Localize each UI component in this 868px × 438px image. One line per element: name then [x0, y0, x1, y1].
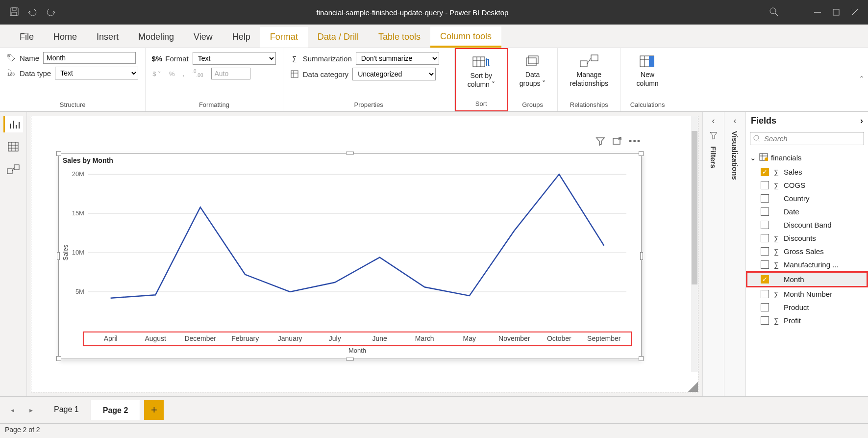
field-row[interactable]: ∑Date: [746, 205, 868, 218]
field-checkbox[interactable]: [761, 316, 769, 325]
manage-relationships-button[interactable]: Manage relationships: [565, 52, 613, 89]
percent-button: %: [169, 70, 175, 77]
titlebar: financial-sample-finished-update-query -…: [0, 0, 868, 25]
canvas-resize-icon[interactable]: ◢: [682, 382, 698, 392]
sort-by-column-button[interactable]: Sort by column ˅: [463, 53, 500, 90]
menu-tab-file[interactable]: File: [10, 27, 44, 48]
resize-handle[interactable]: [640, 252, 643, 260]
resize-handle[interactable]: [346, 152, 354, 155]
svg-rect-0: [10, 8, 18, 16]
data-view-button[interactable]: [3, 138, 23, 155]
field-row[interactable]: ∑Discount Band: [746, 218, 868, 232]
close-icon[interactable]: [850, 8, 859, 17]
field-checkbox[interactable]: [761, 303, 769, 311]
field-row[interactable]: ∑Product: [746, 301, 868, 314]
menu-tab-column-tools[interactable]: Column tools: [430, 26, 501, 48]
field-checkbox[interactable]: [761, 207, 769, 216]
sigma-icon: ∑: [773, 234, 780, 242]
more-options-icon[interactable]: •••: [629, 136, 641, 148]
prev-page-button[interactable]: ◂: [5, 406, 20, 414]
next-page-button[interactable]: ▸: [24, 406, 38, 414]
datatype-select[interactable]: Text: [55, 67, 138, 79]
resize-handle[interactable]: [346, 358, 354, 361]
field-row[interactable]: ∑Profit: [746, 314, 868, 327]
undo-icon[interactable]: [27, 7, 37, 18]
field-row[interactable]: ∑Month Number: [746, 287, 868, 301]
resize-handle[interactable]: [56, 356, 61, 361]
field-row[interactable]: ✓∑Month: [746, 271, 868, 287]
category-icon: [290, 70, 299, 78]
field-label: Country: [784, 194, 810, 203]
field-checkbox[interactable]: [761, 247, 769, 256]
svg-text:5M: 5M: [75, 288, 84, 295]
menu-tab-data-drill[interactable]: Data / Drill: [308, 27, 369, 48]
menu-tab-table-tools[interactable]: Table tools: [369, 27, 430, 48]
field-checkbox[interactable]: [761, 221, 769, 229]
menu-tab-modeling[interactable]: Modeling: [128, 27, 184, 48]
field-checkbox[interactable]: ✓: [761, 168, 769, 176]
svg-rect-26: [649, 56, 654, 67]
menu-tab-insert[interactable]: Insert: [87, 27, 128, 48]
svg-text:October: October: [547, 335, 571, 342]
new-column-button[interactable]: New column: [627, 52, 668, 89]
field-label: Date: [784, 207, 799, 216]
menu-tab-view[interactable]: View: [184, 27, 223, 48]
canvas-scrollbar[interactable]: [691, 116, 698, 372]
focus-mode-icon[interactable]: [612, 136, 622, 148]
search-icon[interactable]: [769, 7, 779, 18]
filters-panel-collapsed[interactable]: ‹ Filters: [702, 112, 724, 396]
resize-handle[interactable]: [639, 151, 644, 156]
model-view-button[interactable]: [3, 161, 23, 178]
visualizations-panel-collapsed[interactable]: ‹ Visualizations: [724, 112, 745, 396]
chevron-left-icon[interactable]: ‹: [712, 116, 715, 126]
maximize-icon[interactable]: [832, 8, 841, 17]
field-checkbox[interactable]: [761, 194, 769, 203]
field-checkbox[interactable]: [761, 234, 769, 242]
resize-handle[interactable]: [57, 252, 60, 260]
menu-tab-home[interactable]: Home: [44, 27, 87, 48]
field-checkbox[interactable]: [761, 290, 769, 298]
field-row[interactable]: ∑Gross Sales: [746, 245, 868, 258]
field-label: Product: [784, 303, 809, 311]
add-page-button[interactable]: +: [144, 400, 164, 420]
report-canvas[interactable]: ••• Sales by Month 5M10M15M20MAprilAugus…: [31, 116, 698, 392]
comma-button: ,: [183, 70, 185, 77]
minimize-icon[interactable]: [813, 8, 822, 17]
save-icon[interactable]: [10, 7, 19, 18]
field-row[interactable]: ∑Discounts: [746, 232, 868, 245]
fields-search[interactable]: [750, 132, 864, 145]
field-row[interactable]: ∑Manufacturing ...: [746, 258, 868, 271]
field-row[interactable]: ∑COGS: [746, 179, 868, 192]
summarization-select[interactable]: Don't summarize: [356, 52, 439, 65]
table-icon: [759, 153, 768, 162]
fields-panel: Fields › ⌄ financials ✓∑ Sales∑COGS∑Coun…: [745, 112, 868, 396]
resize-handle[interactable]: [639, 356, 644, 361]
field-checkbox[interactable]: ✓: [761, 275, 769, 283]
category-select[interactable]: Uncategorized: [352, 68, 436, 80]
field-checkbox[interactable]: [761, 181, 769, 189]
chart-visual[interactable]: ••• Sales by Month 5M10M15M20MAprilAugus…: [58, 153, 642, 359]
format-select[interactable]: Text: [193, 52, 276, 65]
resize-handle[interactable]: [56, 151, 61, 156]
table-name-label: financials: [771, 154, 802, 162]
menu-tab-help[interactable]: Help: [223, 27, 260, 48]
table-header[interactable]: ⌄ financials: [746, 150, 868, 165]
field-row[interactable]: ∑Country: [746, 192, 868, 205]
page-tab[interactable]: Page 2: [91, 400, 141, 420]
sigma-icon: ∑: [773, 168, 780, 176]
data-groups-button[interactable]: Data groups ˅: [515, 52, 551, 89]
menu-tab-format[interactable]: Format: [260, 27, 308, 48]
page-tab[interactable]: Page 1: [42, 400, 91, 420]
name-input[interactable]: [43, 52, 136, 64]
collapse-ribbon-icon[interactable]: ˆ: [860, 75, 863, 85]
field-checkbox[interactable]: [761, 260, 769, 269]
field-row[interactable]: ✓∑ Sales: [746, 165, 868, 179]
redo-icon[interactable]: [46, 7, 56, 18]
expand-icon[interactable]: ⌄: [750, 154, 756, 162]
report-view-button[interactable]: [3, 116, 23, 132]
filter-icon[interactable]: [595, 136, 605, 148]
chevron-left-icon[interactable]: ‹: [734, 116, 737, 126]
ribbon-group-calculations: New column Calculations: [620, 48, 674, 111]
chevron-right-icon[interactable]: ›: [860, 116, 863, 126]
search-input[interactable]: [764, 134, 861, 143]
